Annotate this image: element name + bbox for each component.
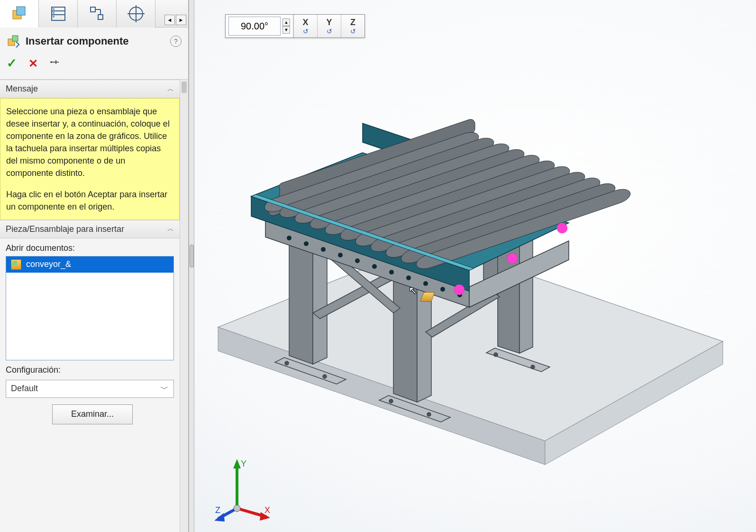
chevron-down-icon: ﹀ [160,383,169,394]
scrollbar-thumb[interactable] [182,82,187,93]
svg-rect-5 [53,8,55,10]
svg-rect-7 [53,16,55,18]
ok-button[interactable]: ✓ [7,56,17,71]
tab-property-manager[interactable] [39,0,78,28]
svg-point-55 [406,275,411,280]
tab-feature-manager[interactable] [0,0,39,28]
section-message-label: Mensaje [6,84,38,94]
svg-marker-60 [233,459,241,468]
rotate-y-button[interactable]: Y↺ [317,15,341,37]
svg-point-65 [234,505,240,512]
panel-title: Insertar componente [26,35,165,47]
cursor-icon: ↖ [409,284,417,297]
svg-point-51 [338,253,343,257]
rotate-x-button[interactable]: X↺ [293,15,317,37]
open-documents-list[interactable]: conveyor_& [6,256,174,360]
svg-point-56 [423,281,428,286]
svg-point-50 [321,247,326,252]
configuration-value: Default [11,384,38,394]
chevron-up-icon: ︿ [167,225,174,233]
open-documents-label: Abrir documentos: [0,238,180,256]
angle-spin-down[interactable]: ▼ [282,26,290,34]
svg-point-30 [389,399,393,403]
graphics-area[interactable]: ▲ ▼ X↺ Y↺ Z↺ [194,0,756,532]
svg-point-52 [355,258,360,263]
svg-rect-16 [12,36,18,41]
svg-point-57 [440,287,445,292]
document-item-label: conveyor_& [26,259,71,269]
help-button[interactable]: ? [170,36,182,47]
section-insert-label: Pieza/Ensamblaje para insertar [6,224,124,234]
model-view[interactable]: ↖ [204,47,725,474]
tab-scroll-right[interactable]: ► [176,15,186,25]
panel-scrollbar[interactable] [180,80,188,532]
tab-scroll-left[interactable]: ◄ [164,15,175,25]
message-body: Seleccione una pieza o ensamblaje que de… [0,98,180,220]
section-message-header[interactable]: Mensaje ︿ [0,80,180,98]
document-item[interactable]: conveyor_& [6,257,173,273]
selection-point[interactable] [454,284,465,295]
svg-rect-1 [17,7,25,15]
insert-component-icon [7,34,21,48]
svg-marker-35 [519,231,533,353]
rotate-angle-input[interactable] [228,17,281,36]
panel-splitter[interactable] [189,0,194,532]
splitter-handle[interactable] [190,245,194,267]
rotate-z-button[interactable]: Z↺ [341,15,364,37]
svg-rect-9 [98,15,103,19]
property-manager-panel: ◄ ► Insertar componente ? ✓ ✕ Mensaje ︿ … [0,0,189,532]
svg-point-26 [323,375,327,378]
browse-button[interactable]: Examinar... [52,404,133,424]
view-triad[interactable]: Y X Z [213,456,270,523]
cancel-button[interactable]: ✕ [28,57,38,70]
svg-point-31 [427,413,431,416]
angle-spin-up[interactable]: ▲ [282,18,290,26]
svg-point-53 [372,264,377,269]
svg-marker-22 [289,239,313,364]
triad-z-label: Z [215,505,220,515]
panel-tab-strip: ◄ ► [0,0,188,28]
chevron-up-icon: ︿ [167,85,174,93]
triad-x-label: X [264,505,270,515]
svg-point-48 [287,236,291,240]
tab-configuration-manager[interactable] [78,0,117,28]
svg-point-25 [285,361,289,365]
configuration-select[interactable]: Default ﹀ [6,380,174,398]
section-insert-header[interactable]: Pieza/Ensamblaje para insertar ︿ [0,220,180,238]
selection-point[interactable] [507,253,518,264]
svg-point-49 [304,241,309,246]
rotate-toolbar: ▲ ▼ X↺ Y↺ Z↺ [225,14,365,38]
svg-point-54 [389,270,394,275]
svg-rect-6 [53,12,55,14]
configuration-label: Configuración: [0,360,180,378]
triad-y-label: Y [241,459,246,468]
message-text-1: Seleccione una pieza o ensamblaje que de… [6,105,173,180]
svg-point-37 [494,353,498,357]
pin-button[interactable] [49,57,60,70]
tab-dimxpert[interactable] [117,0,155,28]
selection-point[interactable] [557,223,567,233]
svg-marker-23 [313,241,327,364]
svg-rect-8 [91,7,95,12]
assembly-icon [11,259,21,270]
svg-point-17 [50,61,52,63]
svg-point-38 [531,365,535,369]
message-text-2: Haga clic en el botón Aceptar para inser… [6,188,173,213]
